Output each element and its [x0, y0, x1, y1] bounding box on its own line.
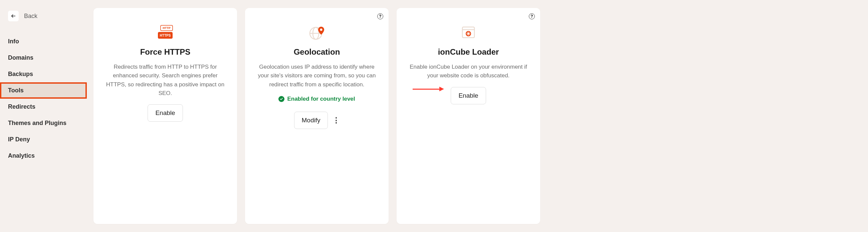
enable-https-button[interactable]: Enable — [148, 104, 183, 122]
help-icon[interactable]: ? — [529, 13, 535, 20]
sidebar-item-backups[interactable]: Backups — [0, 66, 87, 82]
card-title: Force HTTPS — [140, 47, 191, 57]
help-icon[interactable]: ? — [377, 13, 383, 20]
arrow-annotation — [413, 87, 444, 91]
modify-geolocation-button[interactable]: Modify — [294, 112, 328, 129]
geolocation-icon — [308, 25, 325, 40]
main-content: HTTP HTTPS Force HTTPS Redirects traffic… — [87, 0, 868, 232]
geolocation-status: Enabled for country level — [278, 96, 355, 102]
card-description: Geolocation uses IP address to identify … — [257, 63, 377, 89]
ioncube-icon — [461, 25, 475, 40]
card-description: Enable ionCube Loader on your environmen… — [409, 63, 528, 80]
sidebar-item-domains[interactable]: Domains — [0, 50, 87, 66]
more-menu-icon[interactable]: ⋮ — [333, 117, 340, 124]
status-text: Enabled for country level — [287, 96, 355, 102]
sidebar-item-themes[interactable]: Themes and Plugins — [0, 115, 87, 131]
svg-text:HTTP: HTTP — [163, 26, 170, 30]
card-title: ionCube Loader — [438, 47, 499, 57]
card-title: Geolocation — [294, 47, 340, 57]
sidebar-item-ipdeny[interactable]: IP Deny — [0, 131, 87, 148]
sidebar-item-tools[interactable]: Tools — [0, 82, 87, 99]
sidebar: Back Info Domains Backups Tools Redirect… — [0, 0, 87, 232]
back-icon — [8, 11, 19, 21]
sidebar-item-analytics[interactable]: Analytics — [0, 148, 87, 164]
card-ioncube: ? ionCube Loader Enable ionCube Loader o… — [397, 8, 540, 224]
card-force-https: HTTP HTTPS Force HTTPS Redirects traffic… — [93, 8, 237, 224]
https-icon: HTTP HTTPS — [156, 25, 175, 40]
enable-ioncube-button[interactable]: Enable — [451, 87, 486, 104]
check-icon — [278, 96, 284, 102]
sidebar-item-info[interactable]: Info — [0, 33, 87, 50]
action-row: Modify ⋮ — [294, 112, 340, 129]
card-description: Redirects traffic from HTTP to HTTPS for… — [105, 63, 225, 98]
card-geolocation: ? Geolocation Geolocation uses IP addres… — [245, 8, 389, 224]
back-button[interactable]: Back — [0, 8, 87, 24]
svg-point-8 — [320, 29, 322, 31]
sidebar-item-redirects[interactable]: Redirects — [0, 99, 87, 115]
svg-text:HTTPS: HTTPS — [160, 34, 171, 37]
back-label: Back — [24, 13, 37, 20]
